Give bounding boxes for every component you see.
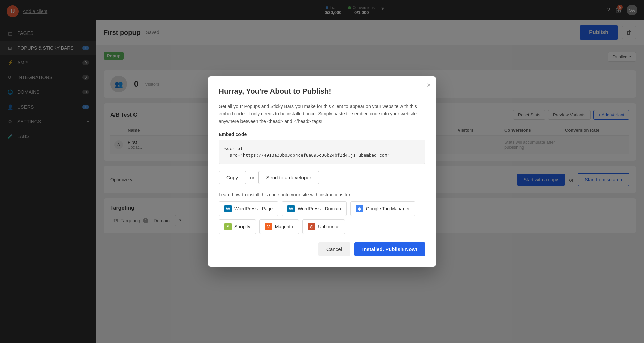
platform-unbounce[interactable]: ⊙ Unbounce <box>302 219 345 234</box>
magento-icon: M <box>265 223 272 230</box>
send-dev-button[interactable]: Send to a developer <box>258 171 319 184</box>
platform-shopify-label: Shopify <box>234 224 250 229</box>
platform-grid: W WordPress - Page W WordPress - Domain … <box>219 201 425 234</box>
platform-magento-label: Magento <box>275 224 293 229</box>
modal-overlay: × Hurray, You're About to Publish! Get a… <box>0 0 644 343</box>
modal-description: Get all your Popups and Sticky Bars you … <box>219 102 425 125</box>
modal-title: Hurray, You're About to Publish! <box>219 87 425 96</box>
instructions-label: Learn how to install this code onto your… <box>219 192 425 197</box>
cancel-button[interactable]: Cancel <box>318 242 350 256</box>
platform-wordpress-domain[interactable]: W WordPress - Domain <box>282 201 347 216</box>
copy-row: Copy or Send to a developer <box>219 171 425 184</box>
platform-gtm-label: Google Tag Manager <box>366 206 410 211</box>
modal-or-text: or <box>250 175 254 180</box>
platform-wordpress-page-label: WordPress - Page <box>234 206 273 211</box>
unbounce-icon: ⊙ <box>308 223 315 230</box>
publish-now-button[interactable]: Installed. Publish Now! <box>354 242 425 256</box>
shopify-icon: S <box>224 223 232 230</box>
platform-unbounce-label: Unbounce <box>318 224 339 229</box>
embed-label: Embed code <box>219 132 425 137</box>
platform-magento[interactable]: M Magento <box>259 219 299 234</box>
platform-wordpress-domain-label: WordPress - Domain <box>298 206 341 211</box>
gtm-icon: ◆ <box>356 205 363 212</box>
modal-close-button[interactable]: × <box>427 82 431 88</box>
platform-wordpress-page[interactable]: W WordPress - Page <box>219 201 278 216</box>
embed-code-box: <script src="https://4913a33b03db4cef8e8… <box>219 140 425 164</box>
copy-button[interactable]: Copy <box>219 171 246 184</box>
wordpress-domain-icon: W <box>287 205 295 212</box>
wordpress-page-icon: W <box>224 205 232 212</box>
modal: × Hurray, You're About to Publish! Get a… <box>208 76 436 267</box>
platform-gtm[interactable]: ◆ Google Tag Manager <box>350 201 416 216</box>
platform-shopify[interactable]: S Shopify <box>219 219 256 234</box>
modal-footer: Cancel Installed. Publish Now! <box>219 242 425 256</box>
